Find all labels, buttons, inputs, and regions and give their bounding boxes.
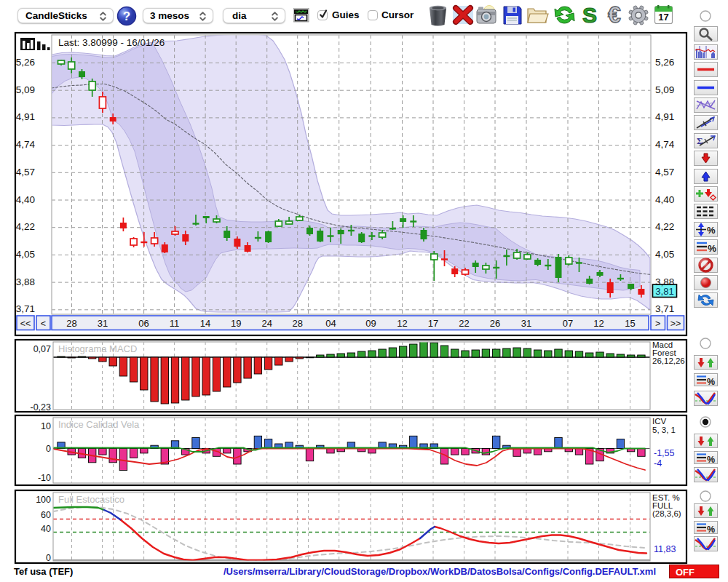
svg-text:(28,3,6): (28,3,6) (652, 509, 681, 518)
svg-text:14: 14 (200, 318, 210, 329)
svg-text:4,05: 4,05 (16, 249, 35, 260)
svg-text:%: % (707, 455, 715, 465)
svg-text:11: 11 (170, 318, 180, 329)
svg-text:-1,55: -1,55 (654, 448, 675, 458)
svg-text:4,91: 4,91 (16, 111, 35, 122)
svg-text:06: 06 (138, 318, 149, 329)
svg-text:3,88: 3,88 (655, 276, 674, 287)
svg-text:4,40: 4,40 (16, 194, 35, 205)
svg-text:S: S (582, 3, 597, 27)
svg-text:4,74: 4,74 (655, 139, 675, 150)
svg-text:5, 3, 1: 5, 3, 1 (652, 426, 676, 434)
svg-text:26,12,26: 26,12,26 (652, 356, 685, 365)
svg-text:26: 26 (490, 318, 500, 329)
svg-text:04: 04 (325, 318, 336, 329)
svg-text:4,22: 4,22 (16, 221, 35, 232)
svg-text:28: 28 (292, 318, 302, 329)
svg-text:3,71: 3,71 (16, 303, 35, 314)
svg-text:5,09: 5,09 (16, 84, 35, 95)
svg-text:24: 24 (261, 318, 272, 329)
svg-text:%: % (707, 377, 715, 387)
svg-text:60: 60 (41, 510, 51, 520)
svg-text:22: 22 (459, 318, 469, 329)
svg-text:4,40: 4,40 (655, 194, 674, 205)
svg-text:5,26: 5,26 (655, 57, 674, 68)
svg-text:11,83: 11,83 (654, 544, 676, 554)
svg-text:0: 0 (46, 553, 51, 563)
svg-text:31: 31 (521, 318, 531, 329)
svg-text:4,74: 4,74 (16, 139, 36, 150)
svg-text:€: € (608, 1, 621, 28)
svg-text:17: 17 (658, 12, 668, 23)
svg-text:Full Estocastico: Full Estocastico (58, 494, 124, 505)
svg-text:3,81: 3,81 (655, 286, 673, 297)
svg-text:%: % (708, 243, 716, 254)
svg-text:3,88: 3,88 (16, 276, 35, 287)
svg-text:40: 40 (41, 524, 51, 534)
svg-text:4,05: 4,05 (655, 249, 674, 260)
svg-text:Last: 3.80999 - 16/01/26: Last: 3.80999 - 16/01/26 (58, 37, 165, 48)
svg-text:10: 10 (41, 421, 51, 431)
svg-text:0,07: 0,07 (33, 344, 51, 354)
svg-text:5,09: 5,09 (655, 84, 674, 95)
svg-text:>>: >> (670, 319, 681, 329)
svg-text:-0,23: -0,23 (31, 402, 52, 412)
svg-text:09: 09 (365, 318, 376, 329)
svg-text:0: 0 (46, 444, 51, 454)
svg-text:<: < (41, 319, 46, 329)
svg-text:%: % (707, 524, 715, 534)
svg-text:5,26: 5,26 (16, 57, 35, 68)
svg-text:12: 12 (593, 318, 604, 329)
svg-text:ICV: ICV (652, 417, 667, 426)
svg-text:<<: << (20, 319, 31, 329)
svg-text:-10: -10 (38, 473, 51, 483)
svg-text:4,91: 4,91 (655, 111, 674, 122)
svg-text:4,57: 4,57 (16, 167, 35, 178)
svg-text:12: 12 (397, 318, 407, 329)
svg-text:17: 17 (428, 318, 438, 329)
svg-text:-4: -4 (654, 458, 662, 469)
svg-text:Histograma MACD: Histograma MACD (58, 343, 137, 354)
svg-text:28: 28 (66, 318, 76, 329)
svg-text:31: 31 (98, 318, 108, 329)
svg-text:3,71: 3,71 (655, 303, 674, 314)
svg-text:19: 19 (231, 318, 241, 329)
svg-text:%: % (707, 225, 716, 236)
svg-text:4,57: 4,57 (655, 167, 674, 178)
svg-text:>: > (655, 319, 660, 329)
svg-text:4,22: 4,22 (655, 221, 674, 232)
svg-text:Indice Calidad Vela: Indice Calidad Vela (58, 419, 140, 430)
svg-text:100: 100 (36, 495, 51, 505)
svg-text:15: 15 (625, 318, 635, 329)
svg-text:07: 07 (563, 318, 573, 329)
